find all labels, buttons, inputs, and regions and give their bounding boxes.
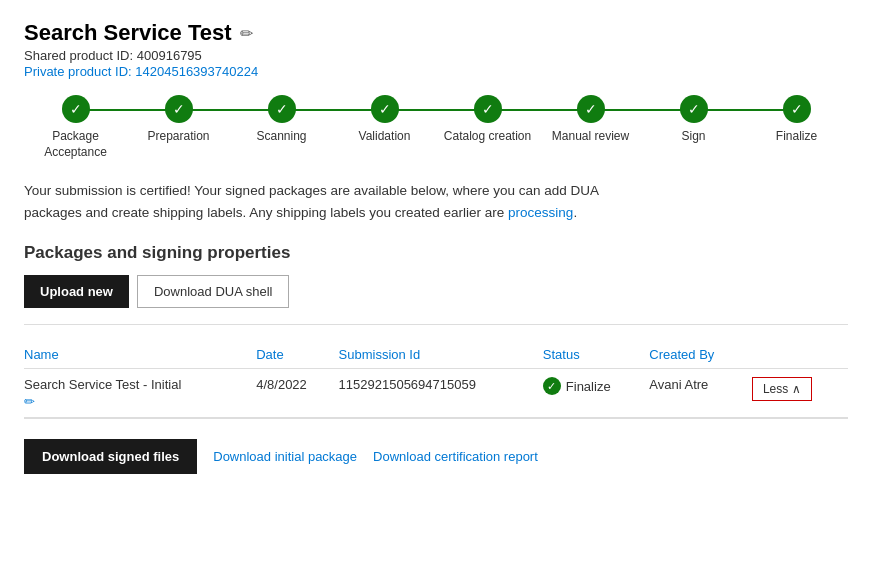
step-7: ✓Finalize: [745, 95, 848, 145]
download-dua-button[interactable]: Download DUA shell: [137, 275, 290, 308]
step-3: ✓Validation: [333, 95, 436, 145]
upload-new-button[interactable]: Upload new: [24, 275, 129, 308]
step-5: ✓Manual review: [539, 95, 642, 145]
step-label-5: Manual review: [552, 129, 629, 145]
edit-package-icon[interactable]: ✏: [24, 394, 248, 409]
step-circle-0: ✓: [62, 95, 90, 123]
step-4: ✓Catalog creation: [436, 95, 539, 145]
cell-created-by: Avani Atre: [649, 369, 752, 418]
action-buttons-row: Upload new Download DUA shell: [24, 275, 848, 308]
packages-section-title: Packages and signing properties: [24, 243, 848, 263]
col-date: Date: [256, 341, 338, 369]
step-circle-4: ✓: [474, 95, 502, 123]
table-top-divider: [24, 324, 848, 325]
step-label-1: Preparation: [147, 129, 209, 145]
step-label-3: Validation: [359, 129, 411, 145]
progress-steps: ✓Package Acceptance✓Preparation✓Scanning…: [24, 95, 848, 160]
step-circle-5: ✓: [577, 95, 605, 123]
col-created-by: Created By: [649, 341, 752, 369]
status-badge: ✓ Finalize: [543, 377, 641, 395]
step-label-0: Package Acceptance: [24, 129, 127, 160]
packages-table: Name Date Submission Id Status Created B…: [24, 341, 848, 418]
package-name: Search Service Test - Initial: [24, 377, 248, 392]
step-label-4: Catalog creation: [444, 129, 531, 145]
step-2: ✓Scanning: [230, 95, 333, 145]
step-circle-1: ✓: [165, 95, 193, 123]
status-check-icon: ✓: [543, 377, 561, 395]
step-circle-6: ✓: [680, 95, 708, 123]
edit-icon[interactable]: ✏: [240, 24, 253, 43]
cell-date: 4/8/2022: [256, 369, 338, 418]
processing-link[interactable]: processing: [508, 205, 573, 220]
cell-less: Less ∧: [752, 369, 848, 418]
page-title-row: Search Service Test ✏: [24, 20, 848, 46]
chevron-up-icon: ∧: [792, 382, 801, 396]
cell-status: ✓ Finalize: [543, 369, 649, 418]
step-0: ✓Package Acceptance: [24, 95, 127, 160]
step-label-2: Scanning: [256, 129, 306, 145]
download-signed-button[interactable]: Download signed files: [24, 439, 197, 474]
page-title: Search Service Test: [24, 20, 232, 46]
table-header-row: Name Date Submission Id Status Created B…: [24, 341, 848, 369]
certification-message: Your submission is certified! Your signe…: [24, 180, 604, 223]
step-circle-3: ✓: [371, 95, 399, 123]
col-status: Status: [543, 341, 649, 369]
step-1: ✓Preparation: [127, 95, 230, 145]
step-label-7: Finalize: [776, 129, 817, 145]
step-label-6: Sign: [681, 129, 705, 145]
table-row: Search Service Test - Initial ✏4/8/20221…: [24, 369, 848, 418]
step-circle-7: ✓: [783, 95, 811, 123]
col-actions: [752, 341, 848, 369]
download-cert-link[interactable]: Download certification report: [373, 449, 538, 464]
cell-submission-id: 1152921505694715059: [339, 369, 543, 418]
col-submission-id: Submission Id: [339, 341, 543, 369]
col-name: Name: [24, 341, 256, 369]
private-product-id: Private product ID: 14204516393740224: [24, 64, 848, 79]
download-initial-link[interactable]: Download initial package: [213, 449, 357, 464]
table-bottom-divider: [24, 418, 848, 419]
status-text: Finalize: [566, 379, 611, 394]
bottom-actions-row: Download signed files Download initial p…: [24, 439, 848, 474]
step-circle-2: ✓: [268, 95, 296, 123]
shared-product-id: Shared product ID: 400916795: [24, 48, 848, 63]
step-6: ✓Sign: [642, 95, 745, 145]
less-button[interactable]: Less ∧: [752, 377, 812, 401]
cell-name: Search Service Test - Initial ✏: [24, 369, 256, 418]
